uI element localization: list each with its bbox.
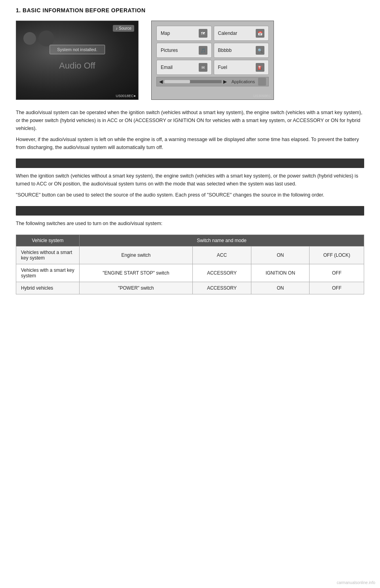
right-arrow-icon[interactable]: ▶: [223, 79, 227, 84]
apps-settings-icon[interactable]: [258, 78, 266, 86]
vehicle-without-smart-key: Vehicles without a smart key system: [16, 246, 80, 264]
on-mode: ON: [251, 246, 310, 264]
fuel-icon: ⛽: [256, 63, 264, 72]
calendar-icon: 📅: [256, 29, 264, 38]
screenshot-label-left: US0018EC●: [116, 94, 136, 98]
circle-2: [38, 31, 54, 46]
page-title: 1. BASIC INFORMATION BEFORE OPERATION: [16, 7, 364, 13]
system-not-installed-msg: System not installed.: [49, 45, 105, 54]
table-header-vehicle-system: Vehicle system: [16, 235, 80, 246]
screenshot-label-right: US3098EC: [253, 94, 271, 98]
fuel-label: Fuel: [218, 65, 227, 70]
apps-slider[interactable]: [164, 80, 222, 83]
app-tile-pictures[interactable]: Pictures 🎵: [156, 43, 212, 58]
app-tile-bbbbb[interactable]: Bbbbb 🔍: [214, 43, 269, 58]
pictures-icon: 🎵: [199, 46, 207, 55]
bbbbb-icon: 🔍: [256, 46, 264, 55]
source-label: Source: [119, 26, 131, 31]
section-header-2: [16, 206, 364, 216]
section2-para-1: The following switches are used to turn …: [16, 220, 364, 227]
app-tile-map[interactable]: Map 🗺: [156, 26, 212, 41]
apps-slider-fill: [164, 80, 190, 83]
off-mode-hybrid: OFF: [310, 282, 364, 294]
accessory-mode: ACCESSORY: [192, 264, 251, 282]
left-arrow-icon[interactable]: ◀: [159, 79, 163, 84]
audio-off-screenshot: ♪ Source System not installed. Audio Off…: [16, 21, 139, 100]
section1-para-2: "SOURCE" button can be used to select th…: [16, 191, 364, 199]
music-icon: ♪: [116, 26, 118, 31]
applications-label: Applications: [232, 79, 255, 84]
vehicle-with-smart-key: Vehicles with a smart key system: [16, 264, 80, 282]
off-mode-smart: OFF: [310, 264, 364, 282]
vehicle-switch-table: Vehicle system Switch name and mode Vehi…: [16, 235, 364, 294]
circle-1: [23, 32, 36, 45]
decorative-circles: [23, 32, 54, 46]
email-label: Email: [161, 65, 173, 70]
hybrid-vehicles-label: Hybrid vehicles: [16, 282, 80, 294]
accessory-mode-hybrid: ACCESSORY: [192, 282, 251, 294]
ignition-on-mode: IGNITION ON: [251, 264, 310, 282]
email-icon: ✉: [199, 63, 207, 72]
source-button[interactable]: ♪ Source: [113, 25, 134, 32]
off-lock-mode: OFF (LOCK): [310, 246, 364, 264]
screenshots-row: ♪ Source System not installed. Audio Off…: [16, 21, 364, 100]
without-text: without: [182, 110, 198, 115]
table-header-switch-name-mode: Switch name and mode: [80, 235, 364, 246]
map-icon: 🗺: [199, 29, 207, 38]
apps-bottom-bar: ◀ ▶ Applications: [156, 77, 269, 86]
intro-para-1: The audio/visual system can be operated …: [16, 109, 364, 132]
app-tile-email[interactable]: Email ✉: [156, 60, 212, 75]
engine-switch-label: Engine switch: [80, 246, 193, 264]
table-row-without-smart-key: Vehicles without a smart key system Engi…: [16, 246, 364, 264]
map-label: Map: [161, 31, 170, 36]
intro-para-2: However, if the audio/visual system is l…: [16, 136, 364, 151]
app-tile-calendar[interactable]: Calendar 📅: [214, 26, 269, 41]
bbbbb-label: Bbbbb: [218, 48, 232, 53]
power-switch-label: "POWER" switch: [80, 282, 193, 294]
audio-off-label: Audio Off: [59, 61, 95, 71]
vehicles-with-smart-text: Vehicles with a smart key system: [21, 267, 74, 279]
app-tile-fuel[interactable]: Fuel ⛽: [214, 60, 269, 75]
engine-start-stop-switch: "ENGINE START STOP" switch: [80, 264, 193, 282]
table-row-with-smart-key: Vehicles with a smart key system "ENGINE…: [16, 264, 364, 282]
section1-para-1: When the ignition switch (vehicles witho…: [16, 172, 364, 188]
calendar-label: Calendar: [218, 31, 238, 36]
acc-mode: ACC: [192, 246, 251, 264]
pictures-label: Pictures: [161, 48, 178, 53]
apps-screenshot: Map 🗺 Calendar 📅 Pictures 🎵 Bbbbb: [151, 21, 274, 100]
on-mode-hybrid: ON: [251, 282, 310, 294]
table-row-hybrid: Hybrid vehicles "POWER" switch ACCESSORY…: [16, 282, 364, 294]
footer-watermark: carmanualsonline.info: [337, 580, 375, 585]
section-header-1: [16, 158, 364, 168]
